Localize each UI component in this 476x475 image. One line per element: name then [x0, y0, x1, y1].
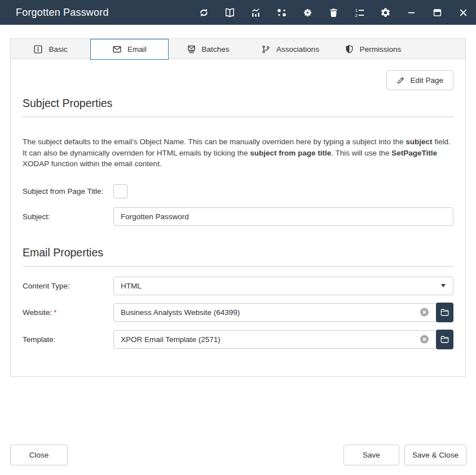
folder-icon — [440, 335, 449, 344]
template-lookup — [113, 330, 453, 349]
minimize-icon[interactable] — [406, 7, 417, 18]
tab-label: Email — [127, 45, 147, 54]
content-type-select[interactable]: HTML — [113, 277, 453, 295]
folder-icon — [440, 308, 449, 317]
shield-icon — [345, 45, 354, 54]
numbered-list-icon[interactable]: 12 — [354, 7, 365, 18]
services-icon[interactable] — [302, 7, 313, 18]
batches-icon — [187, 45, 196, 54]
maximize-icon[interactable] — [432, 7, 443, 18]
dialog-footer: Close Save Save & Close — [10, 445, 466, 465]
description-paragraph: It can also be dynamically overriden for… — [23, 148, 453, 170]
subject-description: The subject defaults to the email's Obje… — [23, 136, 453, 170]
website-browse-button[interactable] — [436, 303, 453, 322]
close-icon[interactable] — [458, 7, 469, 18]
tab-label: Batches — [202, 45, 230, 54]
content-type-label: Content Type: — [23, 282, 113, 290]
window-title: Forgotten Password — [16, 7, 109, 19]
delete-icon[interactable] — [328, 7, 339, 18]
dropdown-caret-icon — [441, 284, 446, 287]
template-browse-button[interactable] — [436, 330, 453, 349]
description-paragraph: The subject defaults to the email's Obje… — [23, 136, 453, 148]
workflow-icon[interactable] — [276, 7, 287, 18]
titlebar-toolbar: 12 — [199, 7, 469, 18]
template-input[interactable] — [113, 330, 437, 349]
tab-label: Basic — [49, 45, 67, 54]
tab-batches[interactable]: Batches — [169, 39, 247, 59]
tab-associations[interactable]: Associations — [247, 39, 333, 59]
subject-label: Subject: — [23, 212, 113, 221]
clear-icon[interactable] — [419, 334, 430, 345]
email-properties-heading: Email Properties — [23, 246, 453, 267]
subject-input[interactable] — [113, 207, 453, 226]
template-label: Template: — [23, 335, 113, 344]
tab-email[interactable]: Email — [90, 39, 169, 60]
dialog-panel: Basic Email Batches Associations Permiss… — [10, 38, 466, 377]
associations-icon — [261, 45, 271, 54]
website-input[interactable] — [113, 303, 437, 322]
svg-text:2: 2 — [355, 13, 358, 18]
website-lookup — [113, 303, 453, 322]
content-type-value: HTML — [121, 282, 142, 290]
settings-icon[interactable] — [380, 7, 391, 18]
save-and-close-button[interactable]: Save & Close — [404, 445, 466, 465]
window-titlebar: Forgotten Password 12 — [0, 0, 476, 25]
tab-label: Associations — [276, 45, 319, 54]
envelope-icon — [112, 45, 122, 54]
refresh-icon[interactable] — [199, 7, 209, 18]
tab-permissions[interactable]: Permissions — [333, 39, 412, 59]
tab-content: Edit Page Subject Properties The subject… — [11, 70, 465, 349]
subject-from-page-title-checkbox[interactable] — [113, 184, 127, 198]
website-label: Website:* — [23, 308, 113, 317]
tabstrip: Basic Email Batches Associations Permiss… — [11, 39, 465, 59]
tab-basic[interactable]: Basic — [11, 39, 90, 59]
close-button[interactable]: Close — [10, 445, 68, 465]
tab-label: Permissions — [360, 45, 402, 54]
pencil-icon — [396, 76, 405, 85]
info-icon — [33, 45, 43, 54]
edit-page-button[interactable]: Edit Page — [386, 70, 453, 90]
clear-icon[interactable] — [419, 307, 430, 318]
required-marker: * — [54, 308, 56, 317]
subject-from-page-title-label: Subject from Page Title: — [23, 187, 113, 196]
edit-page-label: Edit Page — [410, 76, 443, 85]
subject-properties-heading: Subject Properties — [23, 97, 453, 117]
book-icon[interactable] — [224, 7, 235, 18]
analytics-icon[interactable] — [250, 7, 261, 18]
svg-text:1: 1 — [355, 7, 358, 12]
save-button[interactable]: Save — [343, 445, 399, 465]
